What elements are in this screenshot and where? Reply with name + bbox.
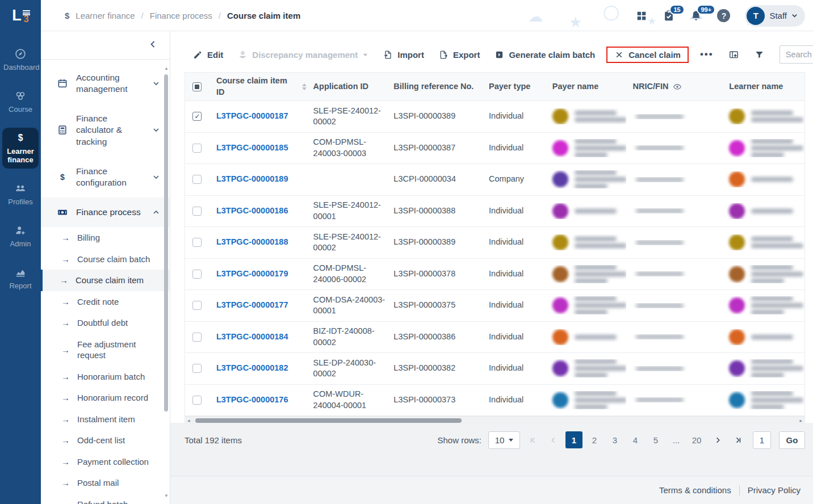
select-all-checkbox[interactable] [192, 82, 202, 91]
course-claim-item-link[interactable]: L3TPGC-00000189 [216, 174, 288, 185]
sidebar-item-admin[interactable]: Admin [2, 220, 39, 253]
row-checkbox[interactable] [192, 270, 202, 279]
search-input[interactable] [786, 50, 813, 59]
submenu-group-accounting-management[interactable]: Accounting management [41, 63, 170, 104]
page-button-3[interactable]: 3 [606, 431, 623, 448]
page-button-2[interactable]: 2 [586, 431, 603, 448]
sidebar-item-report[interactable]: Report [2, 262, 39, 295]
course-claim-item-link[interactable]: L3TPGC-00000177 [216, 300, 288, 311]
more-actions-button[interactable]: ••• [700, 49, 714, 60]
filter-icon[interactable] [754, 49, 765, 60]
rows-per-page-select[interactable]: 10 [488, 431, 520, 449]
redacted-text [636, 271, 684, 276]
submenu-item-instalment-item[interactable]: → Instalment item [41, 409, 170, 430]
payer-name-cell [546, 203, 626, 219]
row-checkbox[interactable] [192, 301, 202, 310]
scroll-left-icon[interactable]: ◂ [187, 418, 190, 423]
course-claim-item-link[interactable]: L3TPGC-00000185 [216, 142, 288, 154]
notifications-bell-icon[interactable]: 99+ [690, 10, 702, 22]
course-claim-item-link[interactable]: L3TPGC-00000186 [216, 205, 288, 217]
scroll-right-icon[interactable]: ▸ [799, 418, 802, 423]
application-id: SLE-PSE-240012-00001 [313, 200, 387, 222]
redacted-text [575, 296, 626, 314]
sidebar-item-course[interactable]: Course [2, 86, 39, 118]
course-claim-item-link[interactable]: L3TPGC-00000179 [216, 268, 288, 280]
row-checkbox[interactable]: ✓ [192, 112, 202, 121]
submenu-item-refund-batch[interactable]: → Refund batch [41, 494, 170, 504]
scrollbar-thumb[interactable] [164, 74, 168, 411]
apps-grid-icon[interactable] [635, 10, 648, 22]
export-button[interactable]: Export [439, 50, 480, 60]
generate-claim-batch-button[interactable]: Generate claim batch [494, 50, 595, 60]
scroll-up-icon[interactable]: ▲ [164, 66, 169, 71]
goto-page-input[interactable] [753, 431, 771, 449]
course-claim-item-link[interactable]: L3TPGC-00000188 [216, 237, 288, 248]
submenu-item-course-claim-batch[interactable]: → Course claim batch [41, 249, 170, 270]
submenu-scrollbar[interactable]: ▲ ▼ [164, 66, 169, 498]
submenu-group-finance-process[interactable]: Finance process [41, 198, 170, 227]
submenu-item-credit-note[interactable]: → Credit note [41, 291, 170, 313]
cancel-claim-button[interactable]: Cancel claim [614, 50, 681, 60]
redacted-text [636, 397, 684, 402]
import-button[interactable]: Import [383, 50, 424, 60]
sidebar-item-dashboard[interactable]: Dashboard [2, 44, 39, 76]
row-checkbox[interactable] [192, 144, 202, 153]
row-checkbox[interactable] [192, 238, 202, 247]
go-button[interactable]: Go [779, 431, 805, 449]
course-claim-item-link[interactable]: L3TPGC-00000187 [216, 111, 288, 122]
submenu-item-odd-cent-list[interactable]: → Odd-cent list [41, 430, 170, 451]
submenu-item-billing[interactable]: → Billing [41, 227, 170, 249]
sort-icon[interactable] [302, 83, 307, 90]
learner-name-cell [722, 296, 804, 314]
scrollbar-thumb[interactable] [195, 418, 462, 423]
chevron-down-icon [153, 80, 160, 87]
course-claim-item-link[interactable]: L3TPGC-00000182 [216, 363, 288, 374]
next-page-button[interactable] [710, 431, 726, 448]
last-page-button[interactable] [730, 431, 746, 448]
column-settings-icon[interactable] [728, 49, 739, 60]
page-button-5[interactable]: 5 [647, 431, 664, 448]
chevron-up-icon [153, 209, 160, 216]
sidebar-item-learner-finance[interactable]: $ Learner finance [2, 128, 39, 169]
help-icon[interactable]: ? [717, 9, 730, 22]
breadcrumb-root[interactable]: Learner finance [76, 11, 135, 20]
row-checkbox[interactable] [192, 396, 202, 405]
submenu-item-honorarium-batch[interactable]: → Honorarium batch [41, 366, 170, 388]
collapse-sidebar-icon[interactable] [148, 40, 157, 49]
eye-icon[interactable] [673, 82, 682, 91]
user-menu[interactable]: T Staff [745, 5, 805, 27]
payer-type: Individual [482, 142, 546, 154]
app-logo[interactable]: L 3 [0, 0, 41, 31]
page-button-4[interactable]: 4 [627, 431, 644, 448]
submenu-item-course-claim-item[interactable]: → Course claim item [41, 270, 170, 291]
submenu-group-finance-configuration[interactable]: $ Finance configuration [41, 157, 170, 198]
table-row: L3TPGC-00000177 COM-DSA-240003-00001 L3S… [185, 290, 804, 322]
submenu-item-honorarium-record[interactable]: → Honorarium record [41, 387, 170, 409]
submenu-item-doubtful-debt[interactable]: → Doubtful debt [41, 312, 170, 334]
redacted-text [575, 170, 626, 188]
page-button-1[interactable]: 1 [565, 431, 582, 448]
submenu-item-payment-collection[interactable]: → Payment collection [41, 451, 170, 473]
tasks-icon[interactable]: 15 [663, 10, 675, 22]
first-page-button[interactable] [525, 431, 540, 448]
course-claim-item-link[interactable]: L3TPGC-00000184 [216, 331, 288, 343]
previous-page-button[interactable] [545, 431, 561, 448]
breadcrumb-section[interactable]: Finance process [150, 11, 212, 20]
row-checkbox[interactable] [192, 175, 202, 184]
row-checkbox[interactable] [192, 207, 202, 216]
row-checkbox[interactable] [192, 364, 202, 373]
nric-fin-cell [626, 208, 723, 213]
privacy-link[interactable]: Privacy Policy [748, 485, 801, 495]
sidebar-item-profiles[interactable]: Profiles [2, 178, 39, 211]
page-button-20[interactable]: 20 [688, 431, 705, 448]
row-checkbox[interactable] [192, 333, 202, 342]
horizontal-scrollbar[interactable]: ◂ ▸ [185, 416, 804, 424]
course-claim-item-link[interactable]: L3TPGC-00000176 [216, 394, 288, 406]
edit-button[interactable]: Edit [193, 50, 223, 60]
discrepancy-management-button[interactable]: Discrepancy management [238, 50, 368, 60]
submenu-item-fee-adjustment-request[interactable]: → Fee adjustment request [41, 334, 170, 366]
scroll-down-icon[interactable]: ▼ [164, 494, 169, 498]
terms-link[interactable]: Terms & conditions [659, 485, 731, 495]
submenu-group-finance-calculator-tracking[interactable]: Finance calculator & tracking [41, 104, 170, 156]
submenu-item-postal-mail[interactable]: → Postal mail [41, 472, 170, 494]
